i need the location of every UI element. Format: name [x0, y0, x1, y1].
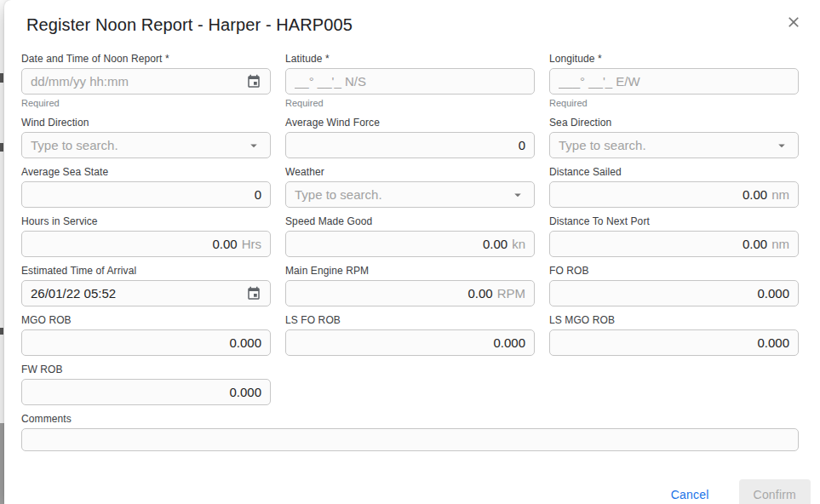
chevron-down-icon[interactable]: [510, 187, 525, 203]
average-sea-state-box[interactable]: [21, 181, 271, 208]
sea-direction-input[interactable]: [559, 138, 767, 152]
field-ls-mgo-rob: LS MGO ROB: [549, 314, 799, 356]
field-label: Sea Direction: [549, 117, 799, 129]
fw-rob-input[interactable]: [31, 385, 261, 399]
main-engine-rpm-input[interactable]: [295, 286, 493, 301]
field-label: Comments: [21, 413, 799, 425]
field-average-wind-force: Average Wind Force: [285, 117, 535, 158]
field-label: Weather: [285, 166, 535, 178]
field-average-sea-state: Average Sea State: [21, 166, 271, 208]
required-helper: Required: [285, 98, 535, 109]
grid-spacer: [285, 364, 535, 405]
distance-to-next-port-input[interactable]: [559, 237, 767, 251]
field-label: Distance To Next Port: [549, 215, 799, 227]
form-grid: Date and Time of Noon Report * Required …: [21, 53, 799, 413]
average-wind-force-input[interactable]: [295, 138, 525, 152]
field-latitude: Latitude * Required: [285, 53, 535, 109]
eta-input[interactable]: [31, 286, 239, 301]
comments-input[interactable]: [31, 432, 789, 447]
distance-sailed-box[interactable]: nm: [549, 181, 799, 208]
field-label: MGO ROB: [21, 314, 271, 326]
ls-fo-rob-input[interactable]: [295, 335, 525, 350]
field-noon-datetime: Date and Time of Noon Report * Required: [21, 53, 271, 109]
grid-spacer: [549, 364, 799, 405]
calendar-icon[interactable]: [246, 74, 261, 89]
cancel-button[interactable]: Cancel: [664, 481, 716, 504]
unit-suffix: kn: [512, 237, 525, 251]
unit-suffix: nm: [771, 237, 789, 251]
register-noon-report-dialog: Register Noon Report - Harper - HARP005 …: [4, 0, 820, 504]
chevron-down-icon[interactable]: [774, 138, 789, 153]
field-label: Main Engine RPM: [285, 265, 535, 277]
mgo-rob-box[interactable]: [21, 329, 271, 356]
mgo-rob-input[interactable]: [31, 335, 261, 350]
distance-to-next-port-box[interactable]: nm: [549, 231, 799, 257]
backdrop-fragment: [0, 73, 3, 83]
fo-rob-input[interactable]: [559, 286, 789, 301]
field-label: LS FO ROB: [285, 314, 535, 326]
main-engine-rpm-box[interactable]: RPM: [285, 280, 535, 306]
unit-suffix: RPM: [497, 286, 525, 301]
field-speed-made-good: Speed Made Good kn: [285, 215, 535, 257]
wind-direction-select[interactable]: [21, 132, 271, 158]
field-label: Estimated Time of Arrival: [21, 265, 271, 277]
chevron-down-icon[interactable]: [246, 138, 261, 153]
average-wind-force-box[interactable]: [285, 132, 535, 158]
field-hours-in-service: Hours in Service Hrs: [21, 215, 271, 257]
field-distance-to-next-port: Distance To Next Port nm: [549, 215, 799, 257]
latitude-input[interactable]: [295, 74, 525, 89]
unit-suffix: nm: [771, 187, 789, 202]
calendar-icon[interactable]: [246, 286, 261, 301]
field-label: Latitude *: [285, 53, 535, 65]
ls-fo-rob-box[interactable]: [285, 329, 535, 356]
fw-rob-box[interactable]: [21, 379, 271, 405]
field-label: FW ROB: [21, 364, 271, 375]
wind-direction-input[interactable]: [31, 138, 239, 152]
longitude-box[interactable]: [549, 68, 799, 94]
fo-rob-box[interactable]: [549, 280, 799, 306]
noon-datetime-box[interactable]: [21, 68, 271, 94]
field-label: Distance Sailed: [549, 166, 799, 178]
comments-box[interactable]: [21, 428, 799, 451]
noon-datetime-input[interactable]: [31, 74, 239, 89]
field-label: Average Sea State: [21, 166, 271, 178]
close-icon[interactable]: [785, 14, 802, 34]
required-helper: Required: [549, 98, 799, 109]
hours-in-service-input[interactable]: [31, 237, 238, 251]
field-mgo-rob: MGO ROB: [21, 314, 271, 356]
speed-made-good-input[interactable]: [295, 237, 507, 251]
backdrop-fragment: [0, 143, 3, 152]
weather-select[interactable]: [285, 181, 535, 208]
field-main-engine-rpm: Main Engine RPM RPM: [285, 265, 535, 306]
ls-mgo-rob-box[interactable]: [549, 329, 799, 356]
field-label: Date and Time of Noon Report *: [21, 53, 271, 65]
field-label: Hours in Service: [21, 215, 271, 227]
field-label: LS MGO ROB: [549, 314, 799, 326]
longitude-input[interactable]: [559, 74, 789, 89]
distance-sailed-input[interactable]: [559, 187, 767, 202]
field-weather: Weather: [285, 166, 535, 208]
required-helper: Required: [21, 98, 271, 109]
speed-made-good-box[interactable]: kn: [285, 231, 535, 257]
field-ls-fo-rob: LS FO ROB: [285, 314, 535, 356]
eta-box[interactable]: [21, 280, 271, 306]
confirm-button[interactable]: Confirm: [739, 479, 811, 504]
ls-mgo-rob-input[interactable]: [559, 335, 789, 350]
average-sea-state-input[interactable]: [31, 187, 261, 202]
close-button[interactable]: [784, 14, 803, 33]
unit-suffix: Hrs: [242, 237, 261, 251]
field-label: Average Wind Force: [285, 117, 535, 129]
dialog-footer: Cancel Confirm: [21, 479, 811, 504]
field-distance-sailed: Distance Sailed nm: [549, 166, 799, 208]
backdrop-fragment: [0, 328, 3, 335]
field-comments: Comments: [21, 413, 799, 451]
field-sea-direction: Sea Direction: [549, 117, 799, 158]
field-label: Wind Direction: [21, 117, 271, 129]
field-label: FO ROB: [549, 265, 799, 277]
field-fw-rob: FW ROB: [21, 364, 271, 405]
sea-direction-select[interactable]: [549, 132, 799, 158]
latitude-box[interactable]: [285, 68, 535, 94]
hours-in-service-box[interactable]: Hrs: [21, 231, 271, 257]
field-eta: Estimated Time of Arrival: [21, 265, 271, 306]
weather-input[interactable]: [295, 187, 503, 202]
